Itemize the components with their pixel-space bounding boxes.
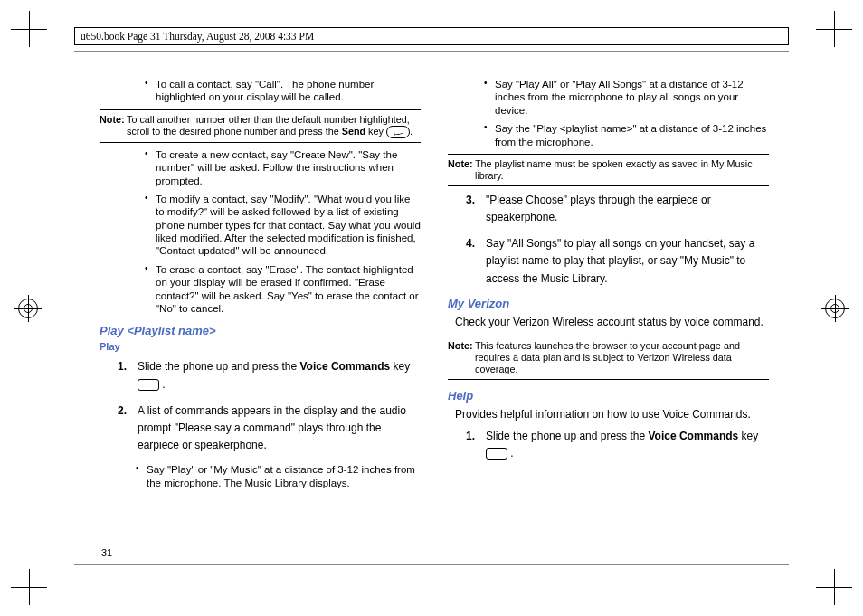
list-item: • To create a new contact, say "Create N… <box>145 148 421 187</box>
step-item: 4. Say "All Songs" to play all songs on … <box>466 235 769 288</box>
list-item: • To modify a contact, say "Modify". "Wh… <box>145 193 421 258</box>
paragraph: Check your Verizon Wireless account stat… <box>455 315 769 330</box>
step-text: Say "All Songs" to play all songs on you… <box>486 235 769 288</box>
note-body: The playlist name must be spoken exactly… <box>475 158 769 182</box>
note-body: This features launches the browser to yo… <box>475 340 769 375</box>
note-label: Note: <box>448 340 475 375</box>
bullet-text: Say the "Play <playlist name>" at a dist… <box>495 122 769 148</box>
voice-commands-key-icon <box>486 448 507 460</box>
crop-mark-icon <box>816 11 852 47</box>
bullet-text: Say "Play All" or "Play All Songs" at a … <box>495 78 769 117</box>
note-label: Note: <box>448 158 475 182</box>
note-block: Note: To call another number other than … <box>100 109 421 143</box>
voice-commands-key-icon <box>138 379 159 391</box>
bullet-icon: • <box>136 463 147 489</box>
step-number: 2. <box>118 403 138 455</box>
bullet-text: To call a contact, say "Call". The phone… <box>156 78 421 104</box>
paragraph: Provides helpful information on how to u… <box>455 407 769 422</box>
header-text: u650.book Page 31 Thursday, August 28, 2… <box>81 31 314 42</box>
heading-play-playlist: Play <Playlist name> <box>100 324 421 338</box>
step-text: Slide the phone up and press the Voice C… <box>486 428 769 462</box>
column-right: • Say "Play All" or "Play All Songs" at … <box>448 76 769 555</box>
list-item: • Say "Play" or "My Music" at a distance… <box>136 463 421 489</box>
heading-my-verizon: My Verizon <box>448 297 769 311</box>
step-item: 3. "Please Choose" plays through the ear… <box>466 192 769 226</box>
registration-mark-icon <box>18 299 38 318</box>
bullet-text: To create a new contact, say "Create New… <box>156 148 421 187</box>
list-item: • Say "Play All" or "Play All Songs" at … <box>484 78 769 117</box>
note-block: Note: This features launches the browser… <box>448 336 769 380</box>
step-number: 3. <box>466 192 486 226</box>
subheading-play: Play <box>100 341 421 354</box>
bullet-text: To erase a contact, say "Erase". The con… <box>156 263 421 316</box>
crop-mark-icon <box>11 569 47 605</box>
step-text: A list of commands appears in the displa… <box>138 403 421 455</box>
step-number: 4. <box>466 235 486 288</box>
page-header-bar: u650.book Page 31 Thursday, August 28, 2… <box>74 27 789 45</box>
step-number: 1. <box>466 428 486 462</box>
bullet-icon: • <box>484 78 495 117</box>
list-item: • To call a contact, say "Call". The pho… <box>145 78 421 104</box>
bullet-text: Say "Play" or "My Music" at a distance o… <box>147 463 421 489</box>
bullet-icon: • <box>145 193 156 258</box>
step-item: 2. A list of commands appears in the dis… <box>118 403 421 455</box>
page-content: • To call a contact, say "Call". The pho… <box>100 76 769 555</box>
send-key-icon <box>386 126 410 138</box>
bullet-icon: • <box>145 78 156 104</box>
list-item: • Say the "Play <playlist name>" at a di… <box>484 122 769 148</box>
step-item: 1. Slide the phone up and press the Voic… <box>118 358 421 393</box>
step-text: "Please Choose" plays through the earpie… <box>486 192 769 226</box>
note-body: To call another number other than the de… <box>127 114 421 138</box>
step-number: 1. <box>118 358 138 393</box>
bullet-icon: • <box>145 263 156 316</box>
heading-help: Help <box>448 389 769 403</box>
crop-mark-icon <box>11 11 47 47</box>
column-left: • To call a contact, say "Call". The pho… <box>100 76 421 555</box>
bullet-text: To modify a contact, say "Modify". "What… <box>156 193 421 258</box>
page-number: 31 <box>101 547 112 558</box>
step-item: 1. Slide the phone up and press the Voic… <box>466 428 769 462</box>
list-item: • To erase a contact, say "Erase". The c… <box>145 263 421 316</box>
bullet-icon: • <box>484 122 495 148</box>
crop-mark-icon <box>816 569 852 605</box>
bullet-icon: • <box>145 148 156 187</box>
note-block: Note: The playlist name must be spoken e… <box>448 154 769 186</box>
registration-mark-icon <box>825 299 845 318</box>
step-text: Slide the phone up and press the Voice C… <box>138 358 421 393</box>
note-label: Note: <box>100 114 127 138</box>
